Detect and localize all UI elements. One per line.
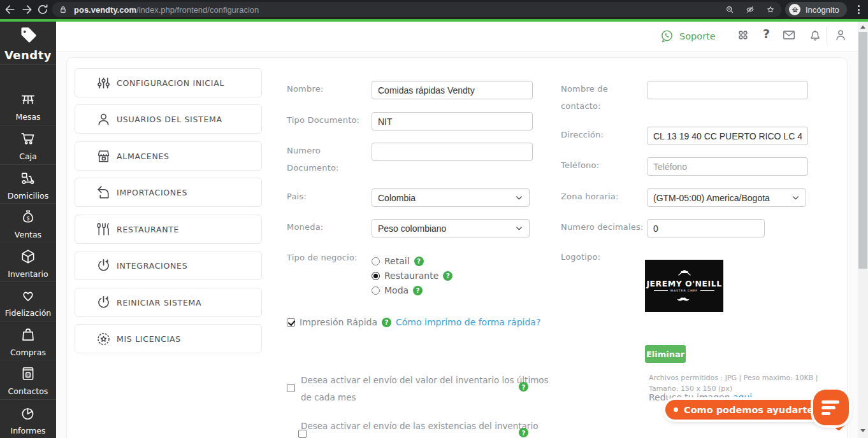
retail-radio[interactable] <box>372 257 380 265</box>
money-bag-icon: $ <box>20 209 36 225</box>
mail-icon[interactable] <box>782 28 796 42</box>
retail-help-icon[interactable]: ? <box>414 257 424 266</box>
chat-help-pill[interactable]: Como podemos ayudarte? <box>665 400 829 420</box>
numero-documento-input[interactable] <box>372 143 533 161</box>
sidebar-item-label: Caja <box>0 152 56 161</box>
restaurante-radio[interactable] <box>372 272 380 280</box>
svg-text:c: c <box>27 372 29 377</box>
zona-horaria-value: (GTM-05:00) America/Bogota <box>653 193 792 203</box>
menu-item-almacenes[interactable]: ALMACENES <box>75 141 262 171</box>
impresion-rapida-help-icon[interactable]: ? <box>382 318 391 327</box>
user-icon[interactable] <box>834 28 848 42</box>
eye-off-icon[interactable] <box>746 5 755 14</box>
url-text: pos.vendty.com/index.php/frontend/config… <box>74 5 714 15</box>
sidebar-item-ventas[interactable]: $ Ventas <box>0 204 56 243</box>
sidebar-item-domicilios[interactable]: Domicilios <box>0 165 56 204</box>
moda-help-icon[interactable]: ? <box>413 286 423 295</box>
numero-decimales-input[interactable] <box>647 219 765 237</box>
sidebar-item-label: Informes <box>0 426 56 435</box>
zona-horaria-select[interactable]: (GTM-05:00) America/Bogota <box>647 188 806 207</box>
nombre-contacto-label-1: Nombre de <box>561 83 608 95</box>
sidebar-item-fidelizacion[interactable]: Fidelización <box>0 282 56 321</box>
nombre-contacto-input[interactable] <box>647 81 808 99</box>
back-icon[interactable] <box>4 3 17 16</box>
tipo-documento-input[interactable] <box>372 112 533 131</box>
power-icon <box>96 258 112 274</box>
pais-select[interactable]: Colombia <box>372 188 530 207</box>
logo-sub-row: MASTER CHEF <box>654 288 714 293</box>
help-icon[interactable]: ? <box>763 27 770 41</box>
menu-item-mis-licencias[interactable]: MIS LICENCIAS <box>75 324 262 353</box>
moneda-label: Moneda: <box>287 222 323 233</box>
logo-name-text: JEREMY O'NEILL <box>646 279 721 288</box>
chevron-down-icon <box>792 194 800 202</box>
store-icon <box>96 148 112 164</box>
moda-radio[interactable] <box>372 286 380 295</box>
scooter-icon <box>20 170 36 187</box>
menu-item-reiniciar-sistema[interactable]: REINICIAR SISTEMA <box>75 288 262 317</box>
moneda-select[interactable]: Peso colombiano <box>372 219 530 237</box>
menu-item-integraciones[interactable]: INTEGRACIONES <box>75 251 262 280</box>
chef-hat-icon <box>675 267 694 279</box>
divider <box>0 64 56 65</box>
apps-grid-icon[interactable] <box>736 28 750 42</box>
incognito-icon <box>789 4 800 15</box>
sidebar-item-caja[interactable]: Caja <box>0 125 56 164</box>
menu-item-label: INTEGRACIONES <box>117 261 187 271</box>
scrollbar-down-arrow[interactable] <box>860 429 865 432</box>
chat-bubble-button[interactable] <box>813 390 849 425</box>
menu-item-label: USUARIOS DEL SISTEMA <box>117 115 222 124</box>
bookmark-star-icon[interactable] <box>766 5 775 14</box>
menu-item-label: RESTAURANTE <box>117 225 179 234</box>
chevron-down-icon <box>515 194 523 202</box>
menu-item-configuracion-inicial[interactable]: CONFIGURACION INICIAL <box>75 68 262 97</box>
soporte-label: Soporte <box>679 31 716 41</box>
nombre-input[interactable] <box>372 81 533 99</box>
incognito-badge: Incógnito <box>785 2 847 17</box>
tipo-negocio-label: Tipo de negocio: <box>287 252 358 264</box>
zoom-out-icon[interactable] <box>725 5 734 14</box>
sidebar-item-compras[interactable]: Compras <box>0 321 56 360</box>
browser-menu-icon[interactable] <box>853 4 864 15</box>
sidebar-item-contactos[interactable]: c Contactos <box>0 360 56 399</box>
chat-line-icon <box>821 412 830 415</box>
inventario-existencias-help-icon[interactable]: ? <box>519 428 528 437</box>
reload-icon[interactable] <box>36 3 49 16</box>
sidebar-item-informes[interactable]: Informes <box>0 400 56 438</box>
contacts-book-icon: c <box>20 365 36 382</box>
restaurante-help-icon[interactable]: ? <box>443 271 452 281</box>
direccion-input[interactable] <box>647 127 808 145</box>
chat-line-icon <box>821 400 839 404</box>
address-bar[interactable]: pos.vendty.com/index.php/frontend/config… <box>52 2 781 17</box>
nombre-label: Nombre: <box>287 83 323 95</box>
menu-item-importaciones[interactable]: IMPORTACIONES <box>75 178 262 207</box>
menu-item-label: CONFIGURACION INICIAL <box>117 78 224 88</box>
impresion-rapida-link[interactable]: Cómo imprimo de forma rápida? <box>396 317 540 327</box>
soporte-button[interactable]: Soporte <box>660 29 716 43</box>
menu-item-restaurante[interactable]: RESTAURANTE <box>75 215 262 244</box>
numero-documento-label-1: Numero <box>287 145 321 157</box>
sidebar-item-label: Fidelización <box>0 308 56 318</box>
sidebar-item-label: Ventas <box>0 230 56 239</box>
vendty-tag-icon <box>18 25 38 45</box>
scrollbar-thumb[interactable] <box>858 32 867 269</box>
sidebar-item-label: Compras <box>0 348 56 357</box>
menu-item-usuarios[interactable]: USUARIOS DEL SISTEMA <box>75 104 262 134</box>
scrollbar-up-arrow[interactable] <box>860 25 865 29</box>
telefono-input[interactable] <box>647 157 808 176</box>
box-icon <box>20 248 36 265</box>
inventario-valor-help-icon[interactable]: ? <box>519 382 528 392</box>
brand-logo[interactable]: Vendty <box>0 25 56 62</box>
sidebar-item-mesas[interactable]: Mesas <box>0 86 56 125</box>
menu-item-label: IMPORTACIONES <box>117 188 187 197</box>
forward-icon[interactable] <box>20 3 33 16</box>
sidebar-item-inventario[interactable]: Inventario <box>0 243 56 282</box>
impresion-rapida-checkbox[interactable] <box>287 318 295 327</box>
import-arrow-icon <box>96 185 112 201</box>
status-dot <box>674 407 678 412</box>
eliminar-button[interactable]: Eliminar <box>645 345 686 363</box>
inventario-valor-checkbox[interactable] <box>287 384 295 392</box>
bell-icon[interactable] <box>808 28 822 42</box>
sliders-icon <box>96 75 112 91</box>
chat-line-icon <box>821 406 835 409</box>
